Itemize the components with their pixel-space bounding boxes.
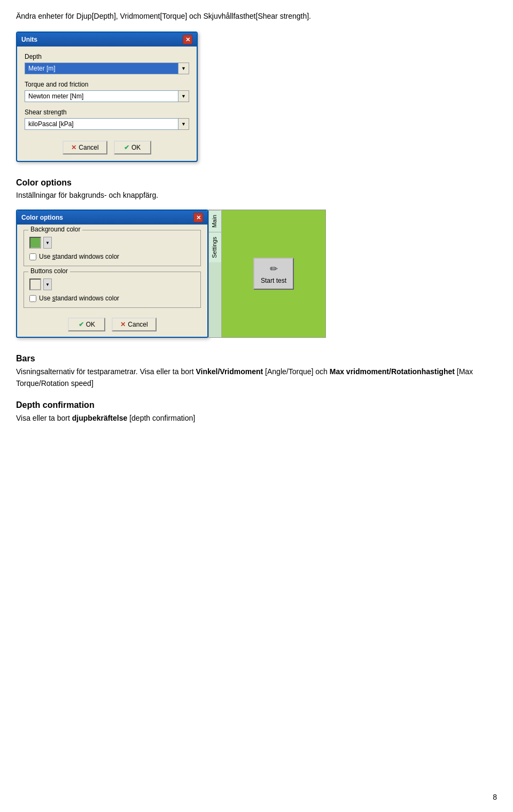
tab-labels: Main Settings: [209, 210, 222, 337]
color-cancel-icon: ✕: [120, 321, 126, 328]
units-dialog-body: Depth Meter [m] ▼ Torque and rod frictio…: [17, 47, 197, 161]
color-ok-button[interactable]: ✔ OK: [68, 318, 105, 331]
depth-desc-bracket: [depth confirmation]: [127, 414, 195, 422]
buttons-windows-color-checkbox-row: Use standard windows color: [29, 295, 195, 302]
background-windows-color-checkbox[interactable]: [29, 253, 36, 260]
background-color-swatch[interactable]: [29, 237, 41, 249]
background-color-arrow[interactable]: ▼: [43, 237, 52, 249]
cancel-icon: ✕: [71, 144, 76, 151]
color-options-container: Color options ✕ Background color ▼ Use s…: [16, 210, 326, 338]
pencil-icon: ✏: [270, 263, 278, 275]
color-cancel-button[interactable]: ✕ Cancel: [112, 318, 156, 331]
start-test-button[interactable]: ✏ Start test: [253, 258, 294, 290]
bars-desc-part2: och: [313, 367, 329, 376]
depth-selected-value[interactable]: Meter [m]: [25, 63, 178, 74]
shear-select-box: kiloPascal [kPa] ▼: [25, 118, 189, 130]
color-dialog-buttons: ✔ OK ✕ Cancel: [24, 313, 201, 331]
units-ok-button[interactable]: ✔ OK: [114, 141, 151, 154]
color-ok-label: OK: [86, 321, 95, 328]
units-dialog-buttons: ✕ Cancel ✔ OK: [25, 136, 189, 154]
bars-desc-bold2: Max vridmoment/Rotationhastighet: [330, 367, 455, 376]
color-dialog-body: Background color ▼ Use standard windows …: [17, 225, 207, 337]
color-dialog: Color options ✕ Background color ▼ Use s…: [16, 210, 208, 338]
shear-dropdown-button[interactable]: ▼: [178, 118, 189, 130]
bars-desc-bracket1: [Angle/Torque]: [263, 367, 313, 376]
buttons-color-group: Buttons color ▼ Use standard windows col…: [24, 272, 201, 308]
bars-desc: Visningsalternativ för testparametrar. V…: [16, 366, 497, 390]
torque-selected-value[interactable]: Newton meter [Nm]: [25, 90, 178, 102]
buttons-windows-color-checkbox[interactable]: [29, 295, 36, 302]
ok-icon: ✔: [124, 144, 129, 151]
units-cancel-button[interactable]: ✕ Cancel: [63, 141, 107, 154]
bars-heading: Bars: [16, 354, 497, 364]
buttons-color-swatch[interactable]: [29, 279, 41, 290]
depth-desc-part1: Visa eller ta bort: [16, 414, 72, 422]
bars-section: Bars Visningsalternativ för testparametr…: [16, 354, 497, 390]
start-test-label: Start test: [261, 277, 286, 284]
color-options-heading: Color options: [16, 178, 497, 188]
units-dialog-title: Units: [21, 36, 37, 43]
shear-selected-value[interactable]: kiloPascal [kPa]: [25, 118, 178, 130]
torque-select-box: Newton meter [Nm] ▼: [25, 90, 189, 102]
depth-select-box: Meter [m] ▼: [25, 63, 189, 74]
color-cancel-label: Cancel: [128, 321, 147, 328]
depth-dropdown-button[interactable]: ▼: [178, 63, 189, 74]
color-options-desc: Inställningar för bakgrunds- och knappfä…: [16, 190, 497, 201]
buttons-color-group-label: Buttons color: [28, 267, 70, 275]
depth-label: Depth: [25, 53, 189, 60]
color-dialog-titlebar: Color options ✕: [17, 211, 207, 225]
color-dialog-title: Color options: [21, 214, 63, 221]
units-dialog: Units ✕ Depth Meter [m] ▼ Torque and rod…: [16, 32, 198, 162]
tab-content-area: ✏ Start test: [222, 210, 325, 337]
shear-label: Shear strength: [25, 109, 189, 116]
depth-section: Depth confirmation Visa eller ta bort dj…: [16, 400, 497, 424]
units-dialog-titlebar: Units ✕: [17, 33, 197, 47]
background-windows-color-label: Use standard windows color: [39, 253, 119, 260]
background-color-checkbox-row: Use standard windows color: [29, 253, 195, 260]
bars-desc-bold1: Vinkel/Vridmoment: [196, 367, 263, 376]
units-ok-label: OK: [131, 144, 141, 151]
depth-desc-bold: djupbekräftelse: [72, 414, 127, 422]
units-cancel-label: Cancel: [79, 144, 98, 151]
intro-text: Ändra enheter för Djup[Depth], Vridmomen…: [16, 11, 497, 22]
torque-dropdown-button[interactable]: ▼: [178, 90, 189, 102]
tab-main[interactable]: Main: [209, 210, 221, 232]
buttons-windows-color-label: Use standard windows color: [39, 295, 119, 302]
bars-desc-part1: Visningsalternativ för testparametrar. V…: [16, 367, 196, 376]
tab-settings[interactable]: Settings: [209, 232, 221, 262]
torque-label: Torque and rod friction: [25, 81, 189, 88]
depth-heading: Depth confirmation: [16, 400, 497, 410]
color-dialog-close-button[interactable]: ✕: [193, 213, 203, 222]
color-ok-icon: ✔: [79, 321, 84, 328]
buttons-color-arrow[interactable]: ▼: [43, 279, 52, 290]
background-color-group-label: Background color: [28, 226, 82, 233]
background-color-group: Background color ▼ Use standard windows …: [24, 230, 201, 266]
depth-desc: Visa eller ta bort djupbekräftelse [dept…: [16, 412, 497, 424]
units-dialog-close-button[interactable]: ✕: [183, 35, 192, 44]
background-color-row: ▼: [29, 237, 195, 249]
buttons-color-row: ▼: [29, 279, 195, 290]
tabs-panel: Main Settings ✏ Start test: [208, 210, 326, 338]
